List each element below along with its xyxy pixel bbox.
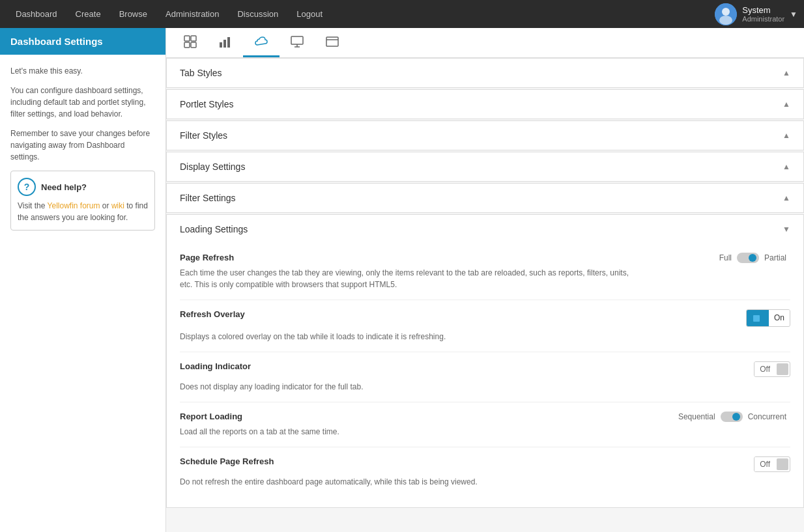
page-refresh-full-label: Full	[719, 253, 732, 262]
report-loading-control[interactable]: Sequential Concurrent	[674, 412, 790, 422]
report-loading-concurrent-label: Concurrent	[748, 412, 786, 421]
user-info: System Administrator	[742, 5, 784, 23]
sidebar: Dashboard Settings Let's make this easy.…	[0, 28, 166, 532]
section-filter-styles-header[interactable]: Filter Styles ▲	[167, 121, 803, 150]
setting-refresh-overlay-header: Refresh Overlay On	[180, 309, 790, 327]
page-refresh-control[interactable]: Full Partial	[715, 253, 790, 263]
setting-loading-indicator-name: Loading Indicator	[180, 361, 251, 371]
avatar	[715, 3, 737, 25]
svg-rect-8	[223, 40, 226, 48]
report-loading-track[interactable]	[721, 412, 743, 422]
setting-loading-indicator-left: Loading Indicator	[180, 361, 251, 371]
tab-monitor[interactable]	[280, 28, 315, 57]
refresh-overlay-on	[747, 310, 769, 326]
icon-tabs-bar	[166, 28, 804, 58]
setting-page-refresh-left: Page Refresh	[180, 253, 234, 262]
section-filter-settings-chevron: ▲	[782, 193, 790, 203]
setting-page-refresh-name: Page Refresh	[180, 253, 234, 262]
section-display-settings-chevron: ▲	[782, 162, 790, 171]
section-loading-settings-label: Loading Settings	[180, 224, 248, 234]
nav-create[interactable]: Create	[66, 0, 110, 28]
section-tab-styles-header[interactable]: Tab Styles ▲	[167, 59, 803, 87]
section-filter-styles-label: Filter Styles	[180, 130, 227, 141]
sidebar-title: Dashboard Settings	[0, 28, 165, 55]
setting-report-loading: Report Loading Sequential Concurrent Loa…	[180, 402, 790, 447]
svg-rect-9	[227, 37, 230, 48]
setting-page-refresh-header: Page Refresh Full Partial	[180, 253, 790, 263]
user-dropdown-arrow[interactable]: ▼	[790, 10, 797, 19]
report-loading-sequential-label: Sequential	[678, 412, 715, 421]
section-filter-styles-chevron: ▲	[782, 131, 790, 140]
sidebar-help-header: ? Need help?	[18, 178, 148, 196]
main-content: Tab Styles ▲ Portlet Styles ▲ Filter Sty…	[166, 28, 804, 532]
user-section: System Administrator ▼	[715, 3, 797, 25]
loading-indicator-control[interactable]: Off	[754, 361, 790, 377]
setting-schedule-page-refresh-name: Schedule Page Refresh	[180, 456, 274, 466]
section-portlet-styles-label: Portlet Styles	[180, 99, 233, 109]
tab-chart[interactable]	[208, 28, 243, 57]
page-layout: Dashboard Settings Let's make this easy.…	[0, 28, 804, 532]
nav-administration[interactable]: Administration	[156, 0, 228, 28]
svg-rect-4	[191, 36, 196, 41]
loading-indicator-toggle[interactable]: Off	[754, 361, 790, 377]
setting-page-refresh: Page Refresh Full Partial Each time the …	[180, 244, 790, 300]
section-tab-styles: Tab Styles ▲	[166, 58, 804, 88]
section-filter-settings-label: Filter Settings	[180, 193, 236, 203]
section-loading-settings: Loading Settings ▼ Page Refresh Full	[166, 214, 804, 508]
setting-report-loading-header: Report Loading Sequential Concurrent	[180, 412, 790, 422]
section-display-settings-label: Display Settings	[180, 161, 245, 172]
schedule-refresh-toggle[interactable]: Off	[754, 456, 790, 472]
user-name: System	[742, 5, 784, 15]
setting-schedule-page-refresh-left: Schedule Page Refresh	[180, 456, 274, 466]
section-portlet-styles-header[interactable]: Portlet Styles ▲	[167, 90, 803, 119]
svg-rect-13	[326, 37, 338, 46]
refresh-overlay-toggle[interactable]: On	[746, 309, 790, 327]
setting-refresh-overlay-desc: Displays a colored overlay on the tab wh…	[180, 331, 636, 343]
loading-indicator-square	[777, 363, 788, 375]
tab-cloud[interactable]	[243, 28, 280, 57]
nav-logout[interactable]: Logout	[287, 0, 332, 28]
setting-refresh-overlay-name: Refresh Overlay	[180, 309, 245, 319]
setting-loading-indicator-desc: Does not display any loading indicator f…	[180, 381, 636, 393]
svg-point-2	[719, 16, 732, 25]
section-display-settings-header[interactable]: Display Settings ▲	[167, 152, 803, 181]
section-filter-styles: Filter Styles ▲	[166, 120, 804, 150]
section-tab-styles-label: Tab Styles	[180, 68, 222, 78]
settings-sections: Tab Styles ▲ Portlet Styles ▲ Filter Sty…	[166, 58, 804, 508]
svg-rect-5	[184, 42, 190, 48]
section-loading-settings-header[interactable]: Loading Settings ▼	[167, 215, 803, 244]
top-navigation: Dashboard Create Browse Administration D…	[0, 0, 804, 28]
help-icon: ?	[18, 178, 36, 196]
section-portlet-styles: Portlet Styles ▲	[166, 89, 804, 119]
sidebar-desc-3: Remember to save your changes before nav…	[10, 128, 155, 163]
setting-report-loading-left: Report Loading	[180, 412, 242, 421]
report-loading-knob	[732, 413, 740, 421]
svg-rect-16	[753, 315, 760, 322]
nav-browse[interactable]: Browse	[110, 0, 156, 28]
user-role: Administrator	[742, 15, 784, 23]
loading-settings-content: Page Refresh Full Partial Each time the …	[167, 244, 803, 507]
page-refresh-track[interactable]	[737, 253, 759, 263]
setting-page-refresh-desc: Each time the user changes the tab they …	[180, 267, 636, 290]
page-refresh-partial-label: Partial	[764, 253, 786, 262]
section-tab-styles-chevron: ▲	[782, 68, 790, 77]
tab-window[interactable]	[315, 28, 350, 57]
schedule-refresh-square	[777, 458, 788, 470]
schedule-refresh-control[interactable]: Off	[754, 456, 790, 472]
refresh-overlay-control[interactable]: On	[746, 309, 790, 327]
loading-indicator-off-label: Off	[754, 362, 775, 376]
section-loading-settings-chevron: ▼	[782, 225, 790, 234]
nav-discussion[interactable]: Discussion	[228, 0, 287, 28]
help-link-forum[interactable]: Yellowfin forum	[48, 201, 100, 210]
help-text-2: or	[100, 201, 111, 210]
svg-rect-3	[184, 36, 190, 41]
nav-dashboard[interactable]: Dashboard	[7, 0, 66, 28]
sidebar-desc-2: You can configure dashboard settings, in…	[10, 85, 155, 120]
setting-refresh-overlay: Refresh Overlay On	[180, 300, 790, 352]
svg-rect-6	[191, 42, 196, 48]
section-filter-settings-header[interactable]: Filter Settings ▲	[167, 184, 803, 212]
svg-point-1	[722, 8, 730, 16]
setting-schedule-page-refresh-header: Schedule Page Refresh Off	[180, 456, 790, 472]
tab-grid[interactable]	[173, 28, 208, 57]
help-link-wiki[interactable]: wiki	[111, 201, 124, 210]
